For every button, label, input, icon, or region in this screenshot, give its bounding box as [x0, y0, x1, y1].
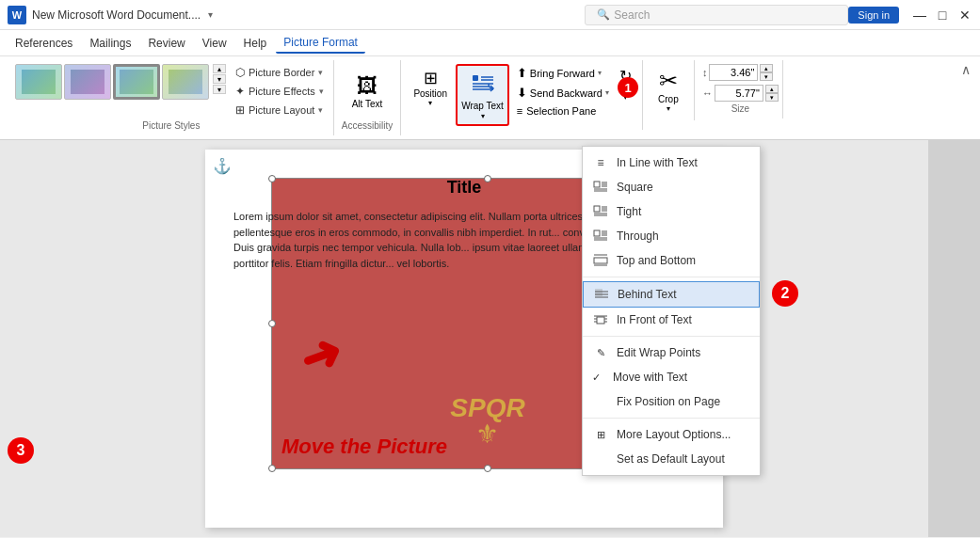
svg-rect-27	[595, 289, 602, 296]
crop-icon: ✂	[659, 68, 678, 94]
menu-picture-format[interactable]: Picture Format	[276, 33, 365, 54]
badge-1: 1	[618, 77, 638, 98]
menu-help[interactable]: Help	[236, 34, 275, 53]
anchor-icon: ⚓	[213, 157, 232, 175]
handle-bl[interactable]	[268, 465, 276, 472]
window-controls: — □ ✕	[912, 8, 972, 23]
sign-in-button[interactable]: Sign in	[848, 7, 899, 24]
app-title: New Microsoft Word Document....	[32, 8, 201, 22]
inline-icon: ≡	[592, 156, 609, 169]
ribbon-collapse-button[interactable]: ∧	[959, 60, 972, 79]
chevron-icon: ▾	[318, 68, 323, 77]
menu-references[interactable]: References	[8, 34, 80, 53]
pic-style-1[interactable]	[15, 64, 62, 100]
width-up-button[interactable]: ▴	[765, 85, 779, 93]
dropdown-through[interactable]: Through	[583, 224, 760, 248]
picture-layout-icon: ⊞	[235, 103, 245, 117]
menu-review[interactable]: Review	[140, 34, 192, 53]
scroll-up-arrow[interactable]: ▴	[213, 64, 226, 73]
dropdown-in-front[interactable]: In Front of Text	[583, 308, 760, 332]
in-front-icon	[592, 313, 609, 326]
dropdown-inline-text[interactable]: ≡ In Line with Text	[583, 150, 760, 175]
search-icon: 🔍	[597, 8, 610, 21]
dropdown-fix-position[interactable]: Fix Position on Page	[583, 389, 760, 414]
search-box[interactable]: 🔍 Search	[585, 5, 848, 25]
wrap-text-icon	[470, 70, 496, 101]
crop-button[interactable]: ✂ Crop ▾	[654, 64, 683, 117]
menu-view[interactable]: View	[195, 34, 234, 53]
send-backward-icon: ⬇	[517, 86, 527, 100]
picture-effects-icon: ✦	[235, 85, 245, 98]
selection-pane-button[interactable]: ≡ Selection Pane	[513, 103, 613, 119]
crop-chevron-icon: ▾	[667, 104, 670, 113]
height-input[interactable]	[709, 64, 758, 81]
position-button[interactable]: ⊞ Position ▾	[409, 64, 452, 111]
dropdown-top-bottom[interactable]: Top and Bottom	[583, 248, 760, 273]
main-content: ⚓ SPQR ⚜ ➜ Move the	[0, 140, 980, 537]
pic-style-3[interactable]	[113, 64, 160, 100]
wrap-text-button[interactable]: Wrap Text ▾	[456, 64, 509, 126]
svg-rect-12	[594, 206, 600, 212]
edit-wrap-icon: ✎	[592, 346, 609, 359]
menu-mailings[interactable]: Mailings	[82, 34, 138, 53]
search-placeholder: Search	[614, 8, 650, 22]
picture-border-btn[interactable]: ⬡ Picture Border ▾	[232, 64, 328, 81]
picture-effects-btn[interactable]: ✦ Picture Effects ▾	[232, 83, 328, 100]
selection-pane-icon: ≡	[517, 105, 522, 117]
handle-bc[interactable]	[484, 465, 491, 472]
scroll-down-arrow[interactable]: ▾	[213, 74, 226, 84]
dropdown-set-default[interactable]: Set as Default Layout	[583, 447, 760, 471]
svg-rect-18	[594, 230, 600, 236]
bring-forward-icon: ⬆	[517, 66, 527, 80]
height-up-button[interactable]: ▴	[760, 64, 773, 72]
right-panel	[928, 140, 980, 537]
svg-rect-6	[594, 182, 600, 187]
alt-text-icon: 🖼	[357, 74, 378, 99]
dropdown-move-with-text[interactable]: ✓ Move with Text	[583, 365, 760, 389]
size-section: ↕ ▴ ▾ ↔ ▴ ▾ Size	[695, 60, 783, 119]
svg-rect-0	[473, 75, 478, 81]
badge-2: 2	[772, 280, 798, 307]
picture-layout-btn[interactable]: ⊞ Picture Layout ▾	[232, 102, 328, 119]
app-icon: W	[8, 6, 26, 24]
pic-style-4[interactable]	[162, 64, 209, 100]
title-bar: W New Microsoft Word Document.... ▾ 🔍 Se…	[0, 0, 980, 30]
badge-3: 3	[8, 437, 34, 464]
checkmark-icon: ✓	[592, 372, 605, 384]
width-icon: ↔	[702, 87, 713, 99]
minimize-button[interactable]: —	[912, 8, 927, 23]
position-icon: ⊞	[424, 68, 438, 88]
svg-rect-24	[594, 258, 607, 263]
send-backward-button[interactable]: ⬇ Send Backward ▾	[513, 84, 613, 102]
dropdown-more-layout[interactable]: ⊞ More Layout Options...	[583, 422, 760, 447]
width-down-button[interactable]: ▾	[765, 93, 779, 102]
dropdown-behind-text[interactable]: Behind Text	[583, 281, 760, 308]
height-input-row: ↕ ▴ ▾	[702, 64, 779, 81]
position-chevron-icon: ▾	[428, 99, 432, 107]
restore-button[interactable]: □	[935, 8, 950, 23]
close-button[interactable]: ✕	[957, 8, 972, 23]
title-bar-right: Sign in — □ ✕	[848, 7, 972, 24]
through-icon	[592, 229, 609, 243]
picture-styles-section: ▴ ▾ ▾ ⬡ Picture Border ▾ ✦ Picture Effec…	[8, 60, 334, 135]
set-default-icon	[592, 452, 609, 466]
bring-forward-button[interactable]: ⬆ Bring Forward ▾	[513, 64, 613, 82]
height-down-button[interactable]: ▾	[760, 72, 773, 81]
top-bottom-icon	[592, 254, 609, 267]
crop-section: ✂ Crop ▾	[643, 60, 695, 120]
svg-rect-34	[597, 317, 604, 324]
dropdown-edit-wrap[interactable]: ✎ Edit Wrap Points	[583, 340, 760, 365]
move-picture-label: Move the Picture	[281, 435, 447, 459]
alt-text-button[interactable]: 🖼 Alt Text	[346, 64, 388, 119]
wrap-text-chevron-icon: ▾	[481, 112, 485, 120]
pic-style-2[interactable]	[64, 64, 111, 100]
dropdown-tight[interactable]: Tight	[583, 199, 760, 224]
title-chevron-icon: ▾	[208, 9, 213, 20]
scroll-more-arrow[interactable]: ▾	[213, 85, 226, 94]
dropdown-square[interactable]: Square	[583, 175, 760, 199]
handle-ml[interactable]	[268, 320, 276, 327]
fwd-bwd-group: ⬆ Bring Forward ▾ ⬇ Send Backward ▾ ≡ Se…	[513, 64, 613, 119]
backward-chevron-icon: ▾	[605, 88, 609, 97]
spqr-emblem: SPQR ⚜	[450, 393, 524, 450]
behind-text-icon	[593, 288, 610, 301]
